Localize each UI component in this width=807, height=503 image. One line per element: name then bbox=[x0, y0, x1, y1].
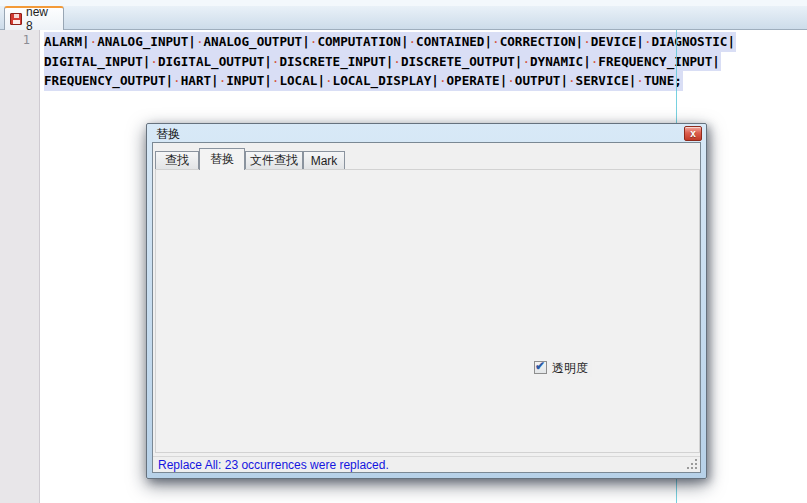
unsaved-floppy-icon bbox=[10, 13, 22, 25]
tab-find-in-files[interactable]: 文件查找 bbox=[245, 151, 303, 170]
code-line: FREQUENCY_OUTPUT|·HART|·INPUT|·LOCAL|·LO… bbox=[44, 71, 683, 91]
tab-mark[interactable]: Mark bbox=[303, 151, 345, 170]
document-tab-bar: new 8 bbox=[0, 6, 807, 30]
tab-find[interactable]: 查找 bbox=[155, 151, 199, 170]
line-number: 1 bbox=[0, 33, 30, 47]
dialog-status-bar: Replace All: 23 occurrences were replace… bbox=[153, 456, 700, 472]
code-line: DIGITAL_INPUT|·DIGITAL_OUTPUT|·DISCRETE_… bbox=[44, 52, 721, 72]
tab-page bbox=[155, 169, 700, 453]
tab-replace[interactable]: 替换 bbox=[199, 148, 245, 170]
tab-label: new 8 bbox=[26, 5, 58, 33]
status-message: Replace All: 23 occurrences were replace… bbox=[158, 458, 389, 472]
replace-dialog: 替换 x 查找 替换 文件查找 Mark 查找目标 : '(\w+)' 替换为(… bbox=[146, 123, 707, 479]
resize-grip[interactable] bbox=[695, 467, 697, 469]
editor-lines: ALARM|·ANALOG_INPUT|·ANALOG_OUTPUT|·COMP… bbox=[44, 32, 736, 91]
dialog-title[interactable]: 替换 bbox=[156, 126, 180, 143]
tab-new8[interactable]: new 8 bbox=[4, 6, 64, 30]
transparency-title: 透明度 bbox=[551, 360, 592, 377]
dialog-client: 查找 替换 文件查找 Mark 查找目标 : '(\w+)' 替换为(P) : … bbox=[152, 142, 701, 473]
code-line: ALARM|·ANALOG_INPUT|·ANALOG_OUTPUT|·COMP… bbox=[44, 32, 736, 52]
transparency-checkbox[interactable] bbox=[534, 361, 547, 374]
close-icon[interactable]: x bbox=[684, 126, 702, 141]
app-root: new 8 1 ALARM|·ANALOG_INPUT|·ANALOG_OUTP… bbox=[0, 0, 807, 503]
line-number-margin: 1 bbox=[0, 30, 40, 503]
